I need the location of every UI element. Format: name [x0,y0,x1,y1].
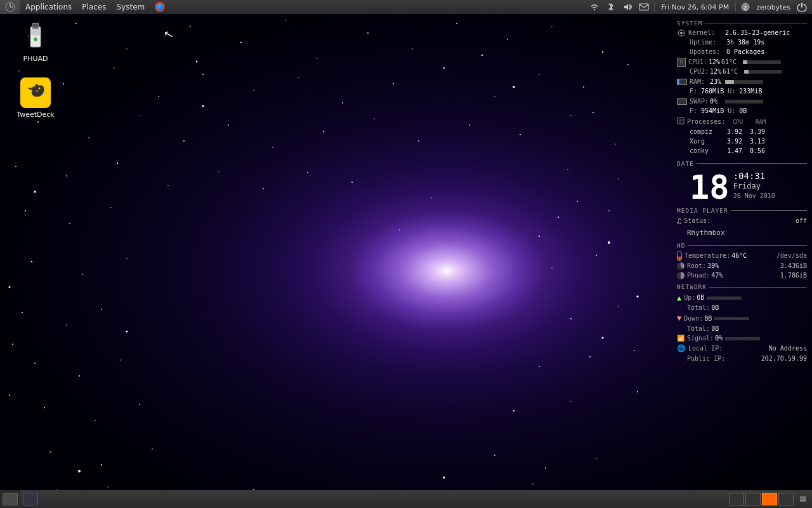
svg-point-101 [34,190,36,192]
taskbar-left [0,490,20,508]
svg-point-76 [101,464,102,465]
svg-point-40 [15,166,16,167]
svg-point-59 [596,255,597,256]
menu-places[interactable]: Places [77,0,111,14]
svg-point-15 [114,67,114,68]
svg-point-13 [18,70,20,72]
svg-point-48 [567,169,568,170]
svg-point-85 [532,483,534,485]
menubar: Applications Places System [0,0,812,14]
svg-point-19 [298,77,298,77]
desktop-icon-phuad[interactable]: PHUAD [10,19,61,65]
svg-point-63 [570,318,572,319]
svg-point-93 [196,61,198,63]
svg-point-112 [594,10,595,11]
svg-point-22 [443,67,445,69]
svg-point-51 [69,223,70,224]
svg-point-47 [351,182,353,183]
svg-point-6 [317,58,317,58]
taskbar-menu-btn[interactable] [794,490,812,508]
svg-point-14 [63,83,64,84]
user-icon[interactable]: z [738,0,752,14]
workspace-2[interactable] [745,493,761,505]
svg-point-30 [183,140,185,142]
svg-point-50 [25,210,26,211]
svg-point-55 [31,261,32,262]
svg-point-77 [152,448,153,450]
svg-rect-119 [36,24,38,28]
svg-point-11 [551,26,552,27]
tweetdeck-icon-img [20,77,51,108]
svg-point-69 [589,356,591,358]
svg-point-32 [272,147,273,148]
username-label[interactable]: zerobytes [754,0,793,14]
menubar-right: Fri Nov 26, 6:04 PM z zerobytes [587,0,812,14]
firefox-launcher[interactable] [150,0,170,14]
tweetdeck-label: TweetDeck [13,110,58,119]
svg-point-12 [602,51,603,53]
svg-point-102 [608,241,610,244]
svg-point-33 [323,131,324,132]
svg-point-9 [456,23,457,24]
svg-point-64 [618,305,619,306]
svg-point-42 [117,163,118,164]
svg-point-68 [539,366,540,367]
wifi-tray[interactable] [587,0,602,14]
svg-rect-121 [31,29,40,36]
workspace-1[interactable] [729,493,744,505]
svg-point-98 [637,391,638,392]
tray-separator [654,3,655,11]
svg-point-75 [50,451,51,453]
clock[interactable]: Fri Nov 26, 6:04 PM [657,0,733,14]
svg-point-23 [494,96,495,97]
svg-point-99 [513,86,515,88]
svg-point-70 [44,407,45,408]
workspace-3-active[interactable] [762,493,777,505]
volume-tray[interactable] [620,0,635,14]
svg-point-24 [539,74,539,74]
svg-point-43 [167,185,169,186]
svg-point-62 [101,309,102,310]
svg-point-108 [443,476,445,478]
svg-point-36 [469,124,470,126]
svg-point-103 [9,286,11,288]
mail-tray[interactable] [636,0,652,14]
svg-rect-134 [800,498,806,500]
svg-point-1 [75,23,77,24]
bluetooth-tray[interactable] [603,0,619,14]
svg-point-39 [615,144,615,144]
desktop [0,14,812,508]
svg-point-100 [202,105,204,107]
svg-point-3 [190,26,191,27]
svg-point-96 [634,350,635,351]
svg-point-78 [494,455,495,456]
svg-point-34 [374,118,374,119]
svg-point-28 [88,137,89,138]
svg-point-46 [307,172,308,173]
taskbar-apps [20,490,728,508]
menubar-left: Applications Places System [0,0,170,14]
phuad-label: PHUAD [13,55,58,63]
svg-point-105 [78,470,81,472]
workspace-4[interactable] [778,493,794,505]
svg-point-80 [596,458,597,459]
svg-point-66 [79,375,80,377]
svg-point-95 [12,344,13,345]
taskbar-item-indicator[interactable] [23,493,38,505]
taskbar [0,490,812,508]
show-desktop-button[interactable] [3,493,18,505]
svg-point-74 [570,401,571,401]
menu-system[interactable]: System [111,0,150,14]
menu-applications[interactable]: Applications [20,0,77,14]
svg-point-18 [253,90,254,91]
workspace-switcher [728,490,794,508]
svg-point-49 [618,178,619,179]
system-logo[interactable] [0,0,20,14]
svg-point-45 [263,188,264,189]
svg-point-104 [636,295,638,297]
svg-point-57 [126,258,128,259]
power-button[interactable] [794,0,809,14]
desktop-icon-tweetdeck[interactable]: TweetDeck [10,75,61,121]
svg-text:z: z [744,4,747,11]
svg-point-2 [126,48,127,49]
